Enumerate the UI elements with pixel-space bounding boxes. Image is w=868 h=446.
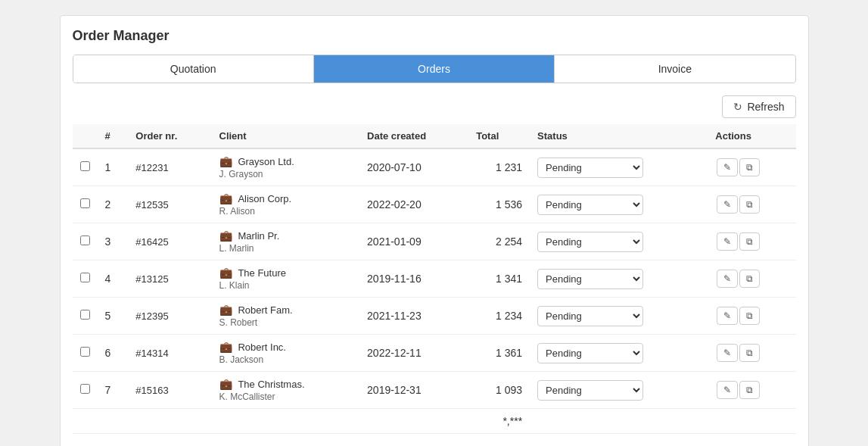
copy-button[interactable]: ⧉ bbox=[739, 307, 760, 325]
row-order-nr: #12535 bbox=[128, 186, 211, 223]
row-checkbox[interactable] bbox=[80, 310, 90, 320]
table-row: 5 #12395 💼 Robert Fam. S. Robert 2021-11… bbox=[73, 298, 796, 335]
col-status: Status bbox=[530, 124, 708, 148]
row-status: PendingConfirmedShippedCancelled bbox=[530, 260, 708, 298]
orders-table: # Order nr. Client Date created Total St… bbox=[73, 124, 796, 434]
refresh-button[interactable]: ↻ Refresh bbox=[722, 95, 795, 118]
row-total: 1 341 bbox=[468, 260, 530, 298]
row-date: 2022-02-20 bbox=[359, 186, 468, 223]
row-status: PendingConfirmedShippedCancelled bbox=[530, 148, 708, 186]
col-hash: # bbox=[98, 124, 129, 148]
copy-button[interactable]: ⧉ bbox=[739, 158, 760, 176]
col-order-nr: Order nr. bbox=[128, 124, 211, 148]
toolbar: ↻ Refresh bbox=[73, 95, 796, 118]
row-date: 2020-07-10 bbox=[359, 148, 468, 186]
row-index: 5 bbox=[98, 298, 129, 335]
row-checkbox-cell bbox=[73, 372, 98, 409]
row-date: 2019-12-31 bbox=[359, 372, 468, 409]
row-client: 💼 Alison Corp. R. Alison bbox=[212, 186, 360, 223]
row-order-nr: #15163 bbox=[128, 372, 211, 409]
row-actions: ✎ ⧉ bbox=[708, 335, 795, 372]
edit-button[interactable]: ✎ bbox=[717, 158, 738, 176]
row-checkbox[interactable] bbox=[80, 235, 90, 245]
copy-button[interactable]: ⧉ bbox=[739, 381, 760, 399]
tab-quotation[interactable]: Quotation bbox=[73, 55, 314, 83]
row-client: 💼 Robert Fam. S. Robert bbox=[212, 298, 360, 335]
row-status: PendingConfirmedShippedCancelled bbox=[530, 223, 708, 260]
client-company: Robert Fam. bbox=[238, 304, 292, 316]
row-actions: ✎ ⧉ bbox=[708, 260, 795, 298]
row-index: 6 bbox=[98, 335, 129, 372]
summary-row: *,*** bbox=[73, 409, 796, 434]
row-total: 1 361 bbox=[468, 335, 530, 372]
status-select[interactable]: PendingConfirmedShippedCancelled bbox=[537, 269, 643, 289]
status-select[interactable]: PendingConfirmedShippedCancelled bbox=[537, 343, 643, 363]
status-select[interactable]: PendingConfirmedShippedCancelled bbox=[537, 232, 643, 252]
row-checkbox[interactable] bbox=[80, 384, 90, 394]
client-contact: R. Alison bbox=[219, 206, 255, 217]
row-index: 7 bbox=[98, 372, 129, 409]
client-contact: B. Jackson bbox=[219, 354, 264, 365]
row-client: 💼 The Christmas. K. McCallister bbox=[212, 372, 360, 409]
status-select[interactable]: PendingConfirmedShippedCancelled bbox=[537, 158, 643, 178]
row-order-nr: #12231 bbox=[128, 148, 211, 186]
row-status: PendingConfirmedShippedCancelled bbox=[530, 335, 708, 372]
summary-empty bbox=[73, 409, 469, 434]
tab-orders[interactable]: Orders bbox=[314, 55, 555, 83]
row-checkbox-cell bbox=[73, 148, 98, 186]
row-client: 💼 Robert Inc. B. Jackson bbox=[212, 335, 360, 372]
status-select[interactable]: PendingConfirmedShippedCancelled bbox=[537, 195, 643, 215]
table-row: 2 #12535 💼 Alison Corp. R. Alison 2022-0… bbox=[73, 186, 796, 223]
row-checkbox[interactable] bbox=[80, 161, 90, 171]
row-index: 4 bbox=[98, 260, 129, 298]
row-checkbox[interactable] bbox=[80, 273, 90, 282]
row-order-nr: #13125 bbox=[128, 260, 211, 298]
tab-invoice[interactable]: Invoice bbox=[555, 55, 795, 83]
client-company: The Christmas. bbox=[238, 379, 304, 390]
edit-button[interactable]: ✎ bbox=[717, 381, 738, 399]
row-total: 1 231 bbox=[468, 148, 530, 186]
edit-button[interactable]: ✎ bbox=[717, 232, 738, 251]
table-row: 7 #15163 💼 The Christmas. K. McCallister… bbox=[73, 372, 796, 409]
row-client: 💼 Marlin Pr. L. Marlin bbox=[212, 223, 360, 260]
client-company: Grayson Ltd. bbox=[238, 156, 294, 167]
row-checkbox-cell bbox=[73, 223, 98, 260]
row-status: PendingConfirmedShippedCancelled bbox=[530, 298, 708, 335]
table-row: 4 #13125 💼 The Future L. Klain 2019-11-1… bbox=[73, 260, 796, 298]
status-select[interactable]: PendingConfirmedShippedCancelled bbox=[537, 380, 643, 401]
edit-button[interactable]: ✎ bbox=[717, 270, 738, 288]
row-order-nr: #12395 bbox=[128, 298, 211, 335]
refresh-icon: ↻ bbox=[733, 101, 742, 113]
table-header-row: # Order nr. Client Date created Total St… bbox=[73, 124, 796, 148]
col-total: Total bbox=[468, 124, 530, 148]
row-client: 💼 The Future L. Klain bbox=[212, 260, 360, 298]
client-contact: J. Grayson bbox=[219, 169, 263, 179]
edit-button[interactable]: ✎ bbox=[717, 307, 738, 325]
col-date: Date created bbox=[359, 124, 468, 148]
row-order-nr: #14314 bbox=[128, 335, 211, 372]
client-company: Robert Inc. bbox=[238, 342, 286, 353]
client-company: Alison Corp. bbox=[238, 193, 291, 204]
row-checkbox-cell bbox=[73, 298, 98, 335]
copy-button[interactable]: ⧉ bbox=[739, 195, 760, 214]
copy-button[interactable]: ⧉ bbox=[739, 232, 760, 251]
status-select[interactable]: PendingConfirmedShippedCancelled bbox=[537, 306, 643, 326]
refresh-label: Refresh bbox=[747, 101, 784, 113]
row-date: 2021-11-23 bbox=[359, 298, 468, 335]
row-date: 2019-11-16 bbox=[359, 260, 468, 298]
table-row: 1 #12231 💼 Grayson Ltd. J. Grayson 2020-… bbox=[73, 148, 796, 186]
edit-button[interactable]: ✎ bbox=[717, 344, 738, 362]
client-contact: L. Klain bbox=[219, 280, 250, 291]
col-checkbox bbox=[73, 124, 98, 148]
row-checkbox-cell bbox=[73, 186, 98, 223]
client-company: The Future bbox=[238, 267, 286, 279]
row-checkbox[interactable] bbox=[80, 198, 90, 208]
row-date: 2022-12-11 bbox=[359, 335, 468, 372]
client-contact: K. McCallister bbox=[219, 391, 275, 402]
copy-button[interactable]: ⧉ bbox=[739, 270, 760, 288]
row-checkbox[interactable] bbox=[80, 347, 90, 357]
edit-button[interactable]: ✎ bbox=[717, 195, 738, 214]
summary-total: *,*** bbox=[468, 409, 530, 434]
table-row: 3 #16425 💼 Marlin Pr. L. Marlin 2021-01-… bbox=[73, 223, 796, 260]
copy-button[interactable]: ⧉ bbox=[739, 344, 760, 362]
